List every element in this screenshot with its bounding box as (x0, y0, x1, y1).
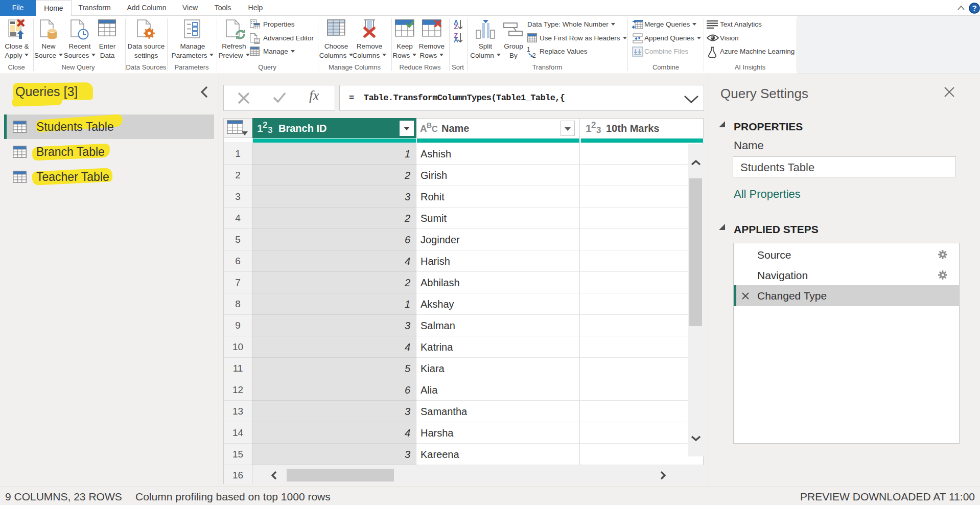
svg-text:2: 2 (532, 52, 536, 58)
svg-text:1: 1 (527, 47, 530, 53)
svg-text:Z: Z (454, 24, 458, 30)
svg-text:?: ? (972, 4, 976, 12)
